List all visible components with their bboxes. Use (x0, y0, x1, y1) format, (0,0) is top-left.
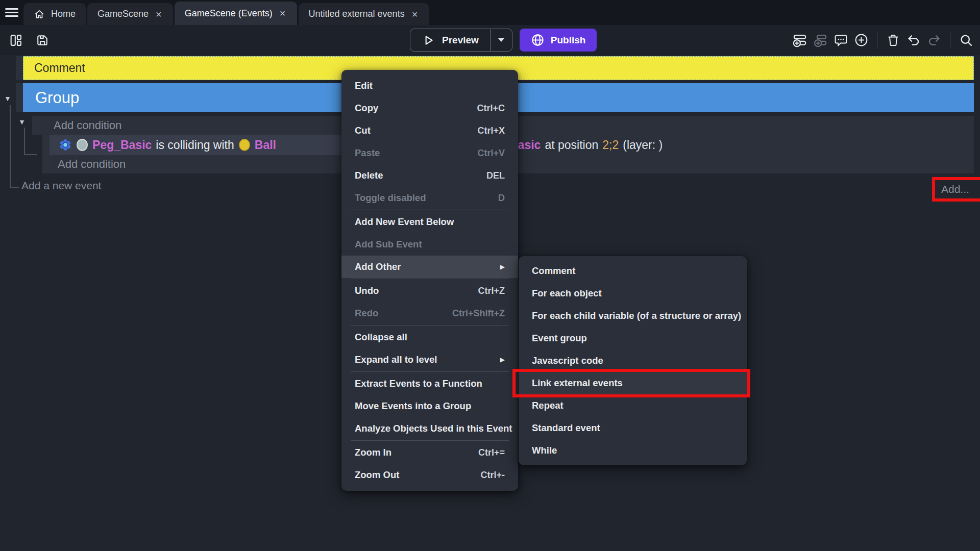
tree-line (10, 187, 19, 188)
comment-text: Comment (34, 61, 85, 75)
close-icon[interactable]: × (155, 8, 163, 20)
object-icon-peg-basic (76, 138, 88, 152)
trash-icon (886, 33, 900, 47)
menu-divider (351, 279, 509, 279)
close-icon[interactable]: × (411, 8, 419, 20)
delete-button[interactable] (885, 32, 902, 49)
menu-item-shortcut: Ctrl+Z (478, 286, 505, 296)
menu-item-while[interactable]: While (519, 439, 747, 462)
menu-item-label: Expand all to level (355, 354, 491, 365)
menu-item-label: Delete (355, 170, 474, 181)
menu-item-label: Collapse all (355, 332, 505, 343)
toolbar: Preview Publish (0, 25, 980, 55)
add-sub-event-button (812, 32, 829, 49)
menu-item-repeat[interactable]: Repeat (519, 394, 747, 417)
menu-item-comment[interactable]: Comment (519, 260, 747, 282)
menu-item-expand-all-to-level[interactable]: Expand all to level▶ (341, 348, 518, 371)
menu-item-label: Add Sub Event (355, 239, 505, 250)
tab-untitled-external-events[interactable]: Untitled external events× (299, 3, 429, 25)
menu-item-paste: PasteCtrl+V (341, 142, 518, 164)
tab-home[interactable]: Home (23, 3, 86, 25)
add-condition-label: Add condition (54, 119, 121, 132)
add-comment-icon (834, 33, 848, 47)
preview-button-main[interactable]: Preview (410, 34, 490, 47)
add-other-button[interactable] (852, 32, 870, 49)
undo-button[interactable] (905, 32, 922, 49)
menu-item-shortcut: Ctrl+X (477, 126, 505, 136)
search-button[interactable] (958, 32, 975, 49)
menu-item-shortcut: Ctrl+Shift+Z (452, 308, 505, 319)
action-text-fragment[interactable]: Basic at position 2;2 (layer: ) (509, 135, 663, 155)
menu-item-label: Add New Event Below (355, 216, 505, 228)
tab-bar: HomeGameScene×GameScene (Events)×Untitle… (0, 0, 980, 25)
menu-item-move-events-into-a-group[interactable]: Move Events into a Group (341, 395, 518, 417)
add-button[interactable]: Add... (941, 183, 969, 195)
menu-item-add-other[interactable]: Add Other▶ (341, 256, 518, 278)
add-condition-label: Add condition (58, 158, 126, 171)
menu-item-label: Javascript code (532, 355, 733, 366)
tab-gamescene-events[interactable]: GameScene (Events)× (175, 2, 297, 25)
menu-item-zoom-in[interactable]: Zoom InCtrl+= (341, 441, 518, 464)
menu-item-link-external-events[interactable]: Link external events (519, 372, 747, 394)
menu-item-collapse-all[interactable]: Collapse all (341, 326, 518, 348)
action-suffix: (layer: ) (623, 138, 663, 152)
tab-label: GameScene (97, 9, 149, 19)
toggle-panels-button[interactable] (7, 32, 24, 49)
menu-item-edit[interactable]: Edit (341, 74, 518, 97)
expander-icon[interactable]: ▼ (18, 118, 26, 126)
menu-item-label: Link external events (532, 378, 733, 389)
menu-item-add-new-event-below[interactable]: Add New Event Below (341, 211, 518, 233)
menu-item-standard-event[interactable]: Standard event (519, 417, 747, 439)
menu-item-label: Undo (355, 285, 465, 296)
menu-item-shortcut: Ctrl+V (477, 148, 505, 159)
menu-item-shortcut: Ctrl+- (480, 470, 505, 481)
tab-gamescene[interactable]: GameScene× (87, 3, 173, 25)
save-button[interactable] (34, 32, 51, 49)
menu-item-javascript-code[interactable]: Javascript code (519, 349, 747, 372)
preview-dropdown-button[interactable] (491, 38, 512, 42)
menu-item-zoom-out[interactable]: Zoom OutCtrl+- (341, 464, 518, 486)
add-event-button[interactable] (791, 32, 808, 49)
close-icon[interactable]: × (279, 7, 287, 19)
add-new-event-link[interactable]: Add a new event (21, 180, 101, 192)
condition-object1: Peg_Basic (92, 138, 152, 152)
add-circle-icon (854, 33, 869, 47)
row-handle[interactable] (16, 83, 23, 112)
menu-item-label: Edit (355, 80, 505, 91)
condition-text: is colliding with (156, 138, 234, 152)
action-position-value: 2;2 (602, 138, 619, 152)
menu-item-undo[interactable]: UndoCtrl+Z (341, 280, 518, 302)
menu-item-cut[interactable]: CutCtrl+X (341, 119, 518, 142)
menu-item-label: Move Events into a Group (355, 400, 505, 412)
group-title: Group (35, 89, 79, 107)
menu-item-extract-events-to-a-function[interactable]: Extract Events to a Function (341, 372, 518, 395)
row-handle[interactable] (42, 135, 50, 173)
toolbar-right (791, 25, 975, 55)
menu-item-event-group[interactable]: Event group (519, 327, 747, 349)
menu-item-analyze-objects-used-in-this-event[interactable]: Analyze Objects Used in this Event (341, 417, 518, 440)
action-text: at position (545, 138, 598, 152)
menu-item-for-each-child-variable-of-a-structure-or-array[interactable]: For each child variable (of a structure … (519, 305, 747, 327)
menu-item-copy[interactable]: CopyCtrl+C (341, 97, 518, 119)
preview-button[interactable]: Preview (410, 29, 512, 52)
menu-item-label: Paste (355, 147, 465, 159)
row-handle[interactable] (32, 116, 39, 135)
menu-item-label: Zoom In (355, 447, 466, 458)
tree-line (24, 128, 25, 154)
add-event-icon (792, 33, 807, 48)
expander-icon[interactable]: ▼ (4, 95, 11, 102)
annotation-add-button: Add... (932, 177, 980, 202)
main-menu-button[interactable] (0, 0, 23, 25)
add-comment-button[interactable] (832, 32, 849, 49)
menu-item-label: Analyze Objects Used in this Event (355, 423, 512, 434)
publish-button[interactable]: Publish (520, 29, 597, 52)
menu-item-delete[interactable]: DeleteDEL (341, 164, 518, 187)
menu-item-shortcut: D (498, 193, 505, 204)
row-handle[interactable] (16, 56, 23, 80)
globe-icon (531, 33, 545, 47)
menu-item-label: Event group (532, 333, 733, 344)
menu-divider (351, 325, 509, 325)
tabs: HomeGameScene×GameScene (Events)×Untitle… (23, 0, 429, 25)
submenu-arrow-icon: ▶ (500, 356, 505, 363)
menu-item-for-each-object[interactable]: For each object (519, 282, 747, 305)
